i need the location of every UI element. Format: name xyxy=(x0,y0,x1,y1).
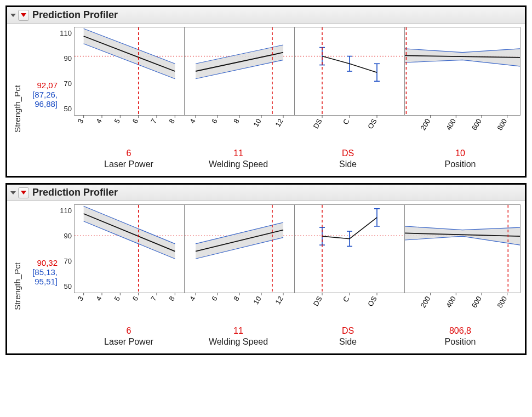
plots-wrap: 3456784681012DSCOS200400600800 6 Laser P… xyxy=(74,204,520,347)
profile-plot[interactable]: DSCOS xyxy=(295,205,404,309)
x-tick-label: 3 xyxy=(76,117,85,125)
x-tick-label: 800 xyxy=(495,117,508,132)
factor-setting-value[interactable]: 6 xyxy=(127,326,131,336)
x-tick-label: 8 xyxy=(232,295,241,302)
factor-setting-value[interactable]: DS xyxy=(342,148,354,158)
y-tick-label: 50 xyxy=(64,282,72,290)
x-tick-label: OS xyxy=(366,117,379,130)
plots-wrap: 3456784681012DSCOS200400600800 6 Laser P… xyxy=(74,27,520,169)
factor-name-label: Welding Speed xyxy=(209,159,268,169)
triangle-down-icon xyxy=(21,191,26,195)
factor-setting-value[interactable]: DS xyxy=(342,326,354,336)
x-tick-label: C xyxy=(341,295,351,304)
hotspot-button[interactable] xyxy=(18,10,29,21)
profile-cell[interactable]: 4681012 xyxy=(184,27,294,116)
x-tick-label: 3 xyxy=(76,295,85,302)
panel-header: Prediction Profiler xyxy=(7,185,525,201)
x-tick-label: 600 xyxy=(470,295,483,309)
factor-name-label: Laser Power xyxy=(104,159,153,169)
y-tick-label: 90 xyxy=(64,232,72,240)
factor-axis-column: 806,8 Position xyxy=(403,310,518,347)
x-tick-label: 12 xyxy=(273,295,284,306)
profile-cell[interactable]: 345678 xyxy=(74,204,184,293)
factor-axis-column: 6 Laser Power xyxy=(74,310,184,347)
x-tick-label: 7 xyxy=(149,295,158,302)
panel-header: Prediction Profiler xyxy=(7,7,525,24)
y-tick-label: 90 xyxy=(64,54,72,62)
factor-axis-column: 6 Laser Power xyxy=(74,132,184,169)
panel-title: Prediction Profiler xyxy=(32,187,118,198)
factor-name-label: Side xyxy=(339,159,357,169)
factor-axis-column: 10 Position xyxy=(403,132,518,169)
profile-cell[interactable]: 200400600800 xyxy=(404,27,520,116)
profile-cell[interactable]: DSCOS xyxy=(294,204,404,293)
profile-plot[interactable]: 345678 xyxy=(75,27,184,132)
x-tick-label: C xyxy=(341,117,351,126)
profile-plot[interactable]: 200400600800 xyxy=(405,27,520,132)
y-tick-label: 110 xyxy=(60,207,72,215)
axis-labels-row: 6 Laser Power 11 Welding Speed DS Side 1… xyxy=(74,132,520,169)
factor-setting-value[interactable]: 11 xyxy=(233,148,243,158)
factor-axis-column: DS Side xyxy=(293,310,403,347)
prediction-profiler-panel: Prediction Profiler Strength_Pct 90,32 [… xyxy=(5,183,527,355)
y-label-column: Strength_Pct 92,07 [87,26, 96,88] xyxy=(12,27,60,131)
y-tick-label: 70 xyxy=(64,79,72,87)
profiler-body: Strength_Pct 90,32 [85,13, 95,51] 507090… xyxy=(7,201,525,353)
profile-cell[interactable]: 4681012 xyxy=(184,204,294,293)
x-tick-label: 4 xyxy=(94,295,104,302)
factor-name-label: Position xyxy=(445,337,476,347)
x-tick-label: 400 xyxy=(444,117,457,132)
x-tick-label: 4 xyxy=(188,295,197,302)
confidence-interval: [87,26, 96,88] xyxy=(12,90,58,108)
prediction-profiler-panel: Prediction Profiler Strength_Pct 92,07 [… xyxy=(5,5,527,178)
triangle-down-icon xyxy=(21,13,26,17)
x-tick-label: 4 xyxy=(94,117,104,125)
profile-plot[interactable]: 4681012 xyxy=(185,205,294,309)
profile-cell[interactable]: 200400600800 xyxy=(404,204,520,293)
factor-axis-column: DS Side xyxy=(293,132,403,169)
x-tick-label: 12 xyxy=(273,117,284,128)
x-tick-label: 7 xyxy=(149,117,158,125)
fit-line xyxy=(84,36,175,71)
x-tick-label: 10 xyxy=(251,117,262,128)
fit-line xyxy=(84,214,175,252)
axis-labels-row: 6 Laser Power 11 Welding Speed DS Side 8… xyxy=(74,310,520,347)
x-tick-label: 6 xyxy=(210,117,219,125)
plots-row: 3456784681012DSCOS200400600800 xyxy=(74,27,520,131)
hotspot-button[interactable] xyxy=(18,187,29,198)
prediction-value[interactable]: 90,32 xyxy=(12,258,58,267)
profile-cell[interactable]: DSCOS xyxy=(294,27,404,116)
factor-axis-column: 11 Welding Speed xyxy=(184,310,293,347)
profiler-body: Strength_Pct 92,07 [87,26, 96,88] 507090… xyxy=(7,24,525,176)
factor-axis-column: 11 Welding Speed xyxy=(184,132,293,169)
x-tick-label: 10 xyxy=(251,295,262,306)
factor-setting-value[interactable]: 11 xyxy=(233,326,243,336)
x-tick-label: DS xyxy=(312,295,324,307)
profile-plot[interactable]: 345678 xyxy=(75,205,184,309)
y-label-column: Strength_Pct 90,32 [85,13, 95,51] xyxy=(12,204,60,309)
prediction-value[interactable]: 92,07 xyxy=(12,81,58,90)
x-tick-label: 200 xyxy=(419,295,432,309)
x-tick-label: 200 xyxy=(419,117,432,132)
profile-cell[interactable]: 345678 xyxy=(74,27,184,116)
x-tick-label: 4 xyxy=(188,117,197,125)
plots-row: 3456784681012DSCOS200400600800 xyxy=(74,204,520,309)
x-tick-label: DS xyxy=(312,117,324,130)
y-axis: 507090110 xyxy=(60,27,74,115)
disclosure-icon[interactable] xyxy=(10,14,16,17)
y-axis: 507090110 xyxy=(60,204,74,292)
factor-setting-value[interactable]: 6 xyxy=(127,148,131,158)
disclosure-icon[interactable] xyxy=(10,191,16,195)
factor-setting-value[interactable]: 10 xyxy=(455,148,465,158)
profile-plot[interactable]: 4681012 xyxy=(185,27,294,132)
profile-plot[interactable]: DSCOS xyxy=(295,27,404,132)
factor-name-label: Position xyxy=(445,159,476,169)
y-tick-label: 110 xyxy=(60,29,72,37)
panel-title: Prediction Profiler xyxy=(32,9,118,21)
x-tick-label: 6 xyxy=(131,295,140,302)
y-tick-label: 70 xyxy=(64,256,72,265)
x-tick-label: 5 xyxy=(112,295,122,302)
factor-setting-value[interactable]: 806,8 xyxy=(449,326,471,336)
profile-plot[interactable]: 200400600800 xyxy=(405,205,520,309)
x-tick-label: 8 xyxy=(167,295,176,302)
